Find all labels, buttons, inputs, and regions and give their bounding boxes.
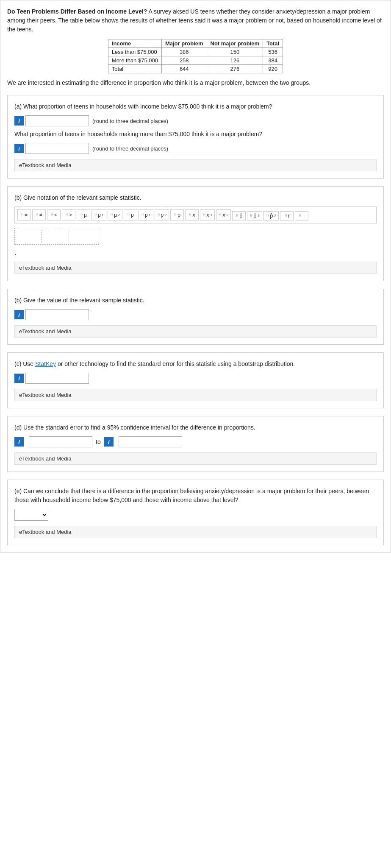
table-row: More than $75,000 258 126 384 — [108, 56, 283, 65]
section-b-notation-question: (b) Give notation of the relevant sample… — [14, 193, 377, 202]
row2-not-major: 126 — [207, 56, 263, 65]
etextbook-b-value: eTextbook and Media — [14, 325, 377, 338]
row1-major: 386 — [161, 48, 207, 56]
section-d: (d) Use the standard error to find a 95%… — [7, 416, 384, 472]
section-a-question2: What proportion of teens in households m… — [14, 130, 377, 139]
info-button-b-value[interactable]: i — [14, 310, 24, 319]
main-container: Do Teen Problems Differ Based on Income … — [0, 0, 391, 553]
table-row: Less than $75,000 386 150 536 — [108, 48, 283, 56]
drag-icon: ⠿ — [202, 213, 205, 218]
col-header-total: Total — [263, 39, 283, 48]
answer-box-inner-2 — [44, 230, 69, 243]
drag-icon: ⠿ — [94, 213, 97, 218]
answer-input-c[interactable] — [25, 373, 89, 384]
interest-text: We are interested in estimating the diff… — [7, 78, 384, 87]
drag-icon: ⠿ — [189, 213, 191, 218]
sym-mu[interactable]: ⠿ μ — [77, 209, 90, 220]
section-a-input-row2: i (round to three decimal places) — [14, 143, 377, 154]
col-header-income: Income — [108, 39, 161, 48]
row2-income: More than $75,000 — [108, 56, 161, 65]
sym-xbar2[interactable]: ⠿ x̄2 — [216, 209, 231, 220]
sym-p2[interactable]: ⠿ p2 — [155, 209, 169, 220]
section-e: (e) Can we conclude that there is a diff… — [7, 480, 384, 545]
info-button-a2[interactable]: i — [14, 144, 24, 153]
sym-phat1[interactable]: ⠿ p̂1 — [247, 211, 262, 220]
etextbook-a: eTextbook and Media — [14, 159, 377, 171]
sym-row-2: ⠿ p̂ ⠿ p̂1 ⠿ p̂2 ⠿ r ⠿ – — [232, 211, 308, 220]
answer-input-d2[interactable] — [119, 436, 182, 447]
info-button-d1[interactable]: i — [14, 437, 24, 447]
answer-input-a1[interactable] — [25, 115, 89, 126]
conf-interval-row: i to i — [14, 436, 377, 447]
sym-neq[interactable]: ⠿ ≠ — [32, 209, 46, 220]
sym-phat2[interactable]: ⠿ p̂2 — [263, 211, 279, 220]
question-bold: Do Teen Problems Differ Based on Income … — [7, 8, 147, 15]
section-a-question1: (a) What proportion of teens in househol… — [14, 102, 377, 111]
col-header-not-major: Not major problem — [207, 39, 263, 48]
sym-mu1[interactable]: ⠿ μ1 — [92, 209, 106, 220]
drag-icon: ⠿ — [299, 214, 302, 218]
row1-total: 536 — [263, 48, 283, 56]
row1-income: Less than $75,000 — [108, 48, 161, 56]
sym-phat[interactable]: ⠿ p̂ — [232, 211, 246, 220]
answer-input-d1[interactable] — [29, 436, 92, 447]
etextbook-b-notation: eTextbook and Media — [14, 262, 377, 274]
drag-icon: ⠿ — [174, 213, 177, 218]
section-c: (c) Use StatKey or other technology to f… — [7, 352, 384, 408]
answer-input-b-value[interactable] — [25, 309, 89, 320]
sym-row-1: ⠿ = ⠿ ≠ ⠿ < ⠿ > ⠿ μ ⠿ μ1 ⠿ μ2 ⠿ p ⠿ p1 ⠿… — [17, 209, 231, 220]
section-d-question: (d) Use the standard error to find a 95%… — [14, 423, 377, 432]
total-label: Total — [108, 65, 161, 73]
total-not-major: 276 — [207, 65, 263, 73]
row2-major: 258 — [161, 56, 207, 65]
drag-icon: ⠿ — [157, 213, 160, 218]
drag-icon: ⠿ — [110, 213, 113, 218]
section-b-value: (b) Give the value of the relevant sampl… — [7, 289, 384, 345]
info-button-d2[interactable]: i — [104, 437, 114, 447]
sym-xbar1[interactable]: ⠿ x̄1 — [200, 209, 215, 220]
sym-p1[interactable]: ⠿ p1 — [139, 209, 153, 220]
statkey-link[interactable]: StatKey — [35, 360, 56, 367]
total-major: 644 — [161, 65, 207, 73]
sym-dash[interactable]: ⠿ – — [295, 211, 308, 220]
drag-icon: ⠿ — [284, 214, 287, 218]
drag-icon: ⠿ — [219, 213, 222, 218]
section-b-value-question: (b) Give the value of the relevant sampl… — [14, 296, 377, 305]
sym-lt[interactable]: ⠿ < — [47, 209, 61, 220]
sym-rho[interactable]: ⠿ ρ — [170, 209, 184, 220]
section-e-input-row: Yes No — [14, 509, 377, 521]
drag-icon: ⠿ — [236, 214, 238, 218]
info-button-c[interactable]: i — [14, 374, 24, 383]
section-e-dropdown[interactable]: Yes No — [14, 509, 48, 521]
etextbook-d: eTextbook and Media — [14, 452, 377, 465]
section-c-question: (c) Use StatKey or other technology to f… — [14, 360, 377, 368]
notation-answer-box[interactable] — [14, 228, 99, 245]
section-a: (a) What proportion of teens in househol… — [7, 95, 384, 179]
dot-separator: . — [14, 249, 377, 257]
sym-gt[interactable]: ⠿ > — [62, 209, 75, 220]
sym-mu2[interactable]: ⠿ μ2 — [108, 209, 122, 220]
section-b-notation: (b) Give notation of the relevant sample… — [7, 186, 384, 281]
sym-p[interactable]: ⠿ p — [124, 209, 137, 220]
row1-not-major: 150 — [207, 48, 263, 56]
sym-r[interactable]: ⠿ r — [280, 211, 294, 220]
round-note-a2: (round to three decimal places) — [92, 145, 168, 152]
sym-equals[interactable]: ⠿ = — [17, 209, 31, 220]
drag-icon: ⠿ — [127, 213, 130, 218]
drag-icon: ⠿ — [250, 214, 252, 218]
section-b-value-input-row: i — [14, 309, 377, 320]
symbol-toolbar: ⠿ = ⠿ ≠ ⠿ < ⠿ > ⠿ μ ⠿ μ1 ⠿ μ2 ⠿ p ⠿ p1 ⠿… — [14, 207, 377, 223]
intro-section: Do Teen Problems Differ Based on Income … — [7, 7, 384, 34]
section-e-question: (e) Can we conclude that there is a diff… — [14, 487, 377, 505]
sym-xbar[interactable]: ⠿ x̄ — [185, 209, 199, 220]
answer-input-a2[interactable] — [25, 143, 89, 154]
section-a-input-row1: i (round to three decimal places) — [14, 115, 377, 126]
drag-icon: ⠿ — [266, 214, 269, 218]
info-button-a1[interactable]: i — [14, 116, 24, 126]
section-c-input-row: i — [14, 373, 377, 384]
col-header-major: Major problem — [161, 39, 207, 48]
etextbook-e: eTextbook and Media — [14, 526, 377, 538]
drag-icon: ⠿ — [50, 213, 53, 218]
drag-icon: ⠿ — [141, 213, 144, 218]
row2-total: 384 — [263, 56, 283, 65]
